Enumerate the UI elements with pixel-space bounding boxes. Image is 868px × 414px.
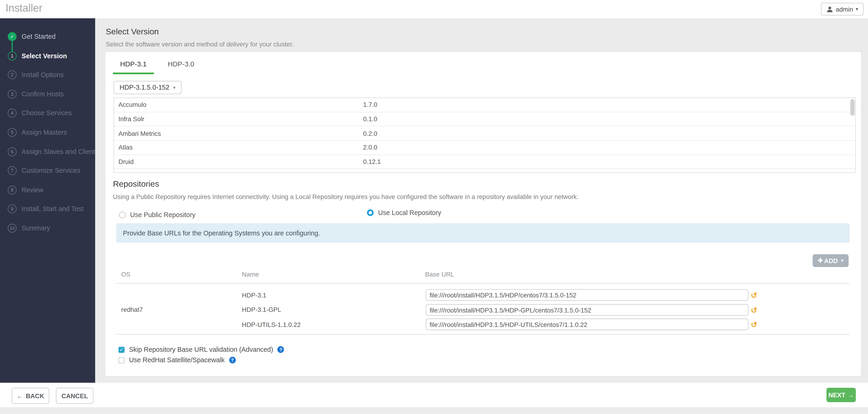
table-bottom-divider (116, 334, 850, 334)
step-number: 3 (8, 90, 17, 98)
sidebar-step-install-start-test[interactable]: 9 Install, Start and Test (0, 204, 95, 215)
sidebar-step-get-started[interactable]: ✓ Get Started (0, 31, 95, 42)
user-menu-button[interactable]: admin ▾ (821, 3, 864, 16)
check-icon: ✓ (8, 32, 17, 41)
caret-down-icon: ▾ (173, 85, 176, 90)
help-icon[interactable]: ? (229, 357, 236, 363)
service-version: 0.1.0 (363, 116, 474, 123)
service-version: 1.7.0 (363, 101, 474, 108)
service-name: Ambari Metrics (114, 130, 363, 137)
scrollbar-thumb[interactable] (850, 99, 855, 116)
table-row: Ambari Metrics 0.2.0 (114, 126, 855, 141)
step-number: 2 (8, 70, 17, 79)
service-version: 0.2.0 (363, 130, 474, 137)
table-row: Accumulo 1.7.0 (114, 98, 855, 112)
step-number: 1 (8, 51, 17, 60)
version-dropdown[interactable]: HDP-3.1.5.0-152 ▾ (114, 81, 182, 94)
sidebar-step-confirm-hosts[interactable]: 3 Confirm Hosts (0, 88, 95, 99)
page-title: Select Version (106, 27, 159, 36)
checkbox-checked-icon[interactable]: ✓ (119, 347, 125, 352)
step-connector-line (12, 41, 13, 52)
caret-down-icon: ▾ (856, 7, 858, 11)
table-header-divider (116, 283, 850, 284)
column-header-os: OS (121, 271, 130, 278)
app-title: Installer (6, 2, 42, 14)
page-subtitle: Select the software version and method o… (106, 41, 294, 48)
wizard-footer: ← BACK CANCEL NEXT → (0, 383, 868, 407)
user-menu-label: admin (836, 6, 853, 12)
sidebar-step-assign-masters[interactable]: 5 Assign Masters (0, 127, 95, 138)
repo-name: HDP-UTILS-1.1.0.22 (242, 321, 301, 328)
add-button[interactable]: ✚ADD ▾ (812, 254, 848, 267)
back-button[interactable]: ← BACK (11, 388, 49, 404)
help-icon[interactable]: ? (278, 346, 284, 353)
radio-icon[interactable] (367, 209, 374, 216)
sidebar-step-install-options[interactable]: 2 Install Options (0, 69, 95, 81)
service-version: 2.1.6 (363, 173, 474, 173)
sidebar-step-customize-services[interactable]: 7 Customize Services (0, 165, 95, 176)
table-row: Druid 0.12.1 (114, 155, 855, 169)
step-number: 5 (8, 128, 17, 137)
checkbox-skip-validation[interactable]: ✓ Skip Repository Base URL validation (A… (119, 346, 284, 353)
undo-icon[interactable]: ↺ (749, 289, 758, 301)
step-number: 6 (8, 147, 17, 156)
radio-use-public-repository[interactable]: Use Public Repository (119, 211, 195, 219)
arrow-left-icon: ← (17, 392, 23, 399)
sidebar-step-assign-slaves[interactable]: 6 Assign Slaves and Clients (0, 146, 95, 157)
sidebar-step-summary[interactable]: 10 Summary (0, 223, 95, 234)
plus-icon: ✚ (818, 257, 823, 264)
column-header-name: Name (242, 271, 259, 278)
bottom-strip (0, 407, 868, 414)
step-number: 8 (8, 185, 17, 194)
column-header-base-url: Base URL (425, 271, 454, 278)
select-version-card: HDP-3.1 HDP-3.0 HDP-3.1.5.0-152 ▾ Accumu… (105, 52, 861, 376)
undo-icon[interactable]: ↺ (749, 319, 758, 330)
service-name: Accumulo (114, 101, 363, 108)
arrow-right-icon: → (847, 392, 854, 398)
repositories-title: Repositories (113, 179, 159, 188)
checkbox-unchecked-icon[interactable] (119, 357, 125, 363)
base-url-input-hdp[interactable] (426, 289, 748, 301)
services-version-table: Accumulo 1.7.0 Infra Solr 0.1.0 Ambari M… (114, 97, 856, 173)
main-content: Select Version Select the software versi… (95, 18, 868, 383)
table-row: Atlas 2.0.0 (114, 141, 855, 155)
checkbox-use-satellite[interactable]: Use RedHat Satellite/Spacewalk ? (119, 356, 236, 364)
repositories-description: Using a Public Repository requires Inter… (113, 194, 579, 200)
step-number: 4 (8, 109, 17, 118)
version-dropdown-label: HDP-3.1.5.0-152 (120, 84, 169, 91)
base-url-input-hdp-gpl[interactable] (426, 304, 748, 316)
step-number: 7 (8, 166, 17, 175)
repo-name: HDP-3.1 (242, 292, 266, 299)
service-version: 0.12.1 (363, 158, 474, 165)
tab-hdp-3-1[interactable]: HDP-3.1 (113, 57, 154, 74)
table-row: HBase 2.1.6 (114, 169, 855, 173)
repo-name: HDP-3.1-GPL (242, 306, 281, 313)
caret-down-icon: ▾ (841, 258, 843, 263)
info-alert: Provide Base URLs for the Operating Syst… (116, 223, 850, 243)
wizard-sidebar: ✓ Get Started 1 Select Version 2 Install… (0, 18, 95, 383)
radio-use-local-repository[interactable]: Use Local Repository (367, 209, 441, 216)
add-button-label: ADD (824, 257, 838, 264)
service-version: 2.0.0 (363, 144, 474, 151)
service-name: HBase (114, 173, 363, 173)
sidebar-step-review[interactable]: 8 Review (0, 184, 95, 196)
stack-tabs: HDP-3.1 HDP-3.0 (113, 57, 208, 74)
base-url-input-hdp-utils[interactable] (426, 319, 748, 330)
table-row: Infra Solr 0.1.0 (114, 112, 855, 126)
tab-hdp-3-0[interactable]: HDP-3.0 (161, 57, 202, 74)
os-value: redhat7 (121, 306, 143, 313)
step-number: 9 (8, 205, 17, 213)
sidebar-step-select-version[interactable]: 1 Select Version (0, 50, 95, 61)
page: Installer admin ▾ ✓ Get Started 1 Select… (0, 0, 868, 414)
top-header: Installer admin ▾ (0, 0, 868, 18)
radio-icon[interactable] (119, 211, 126, 218)
user-icon (826, 6, 833, 12)
service-name: Atlas (114, 144, 363, 151)
sidebar-step-choose-services[interactable]: 4 Choose Services (0, 108, 95, 119)
next-button[interactable]: NEXT → (827, 388, 856, 402)
service-name: Druid (114, 158, 363, 165)
step-number: 10 (8, 224, 17, 233)
cancel-button[interactable]: CANCEL (56, 388, 94, 404)
service-name: Infra Solr (114, 116, 363, 123)
undo-icon[interactable]: ↺ (749, 304, 758, 316)
